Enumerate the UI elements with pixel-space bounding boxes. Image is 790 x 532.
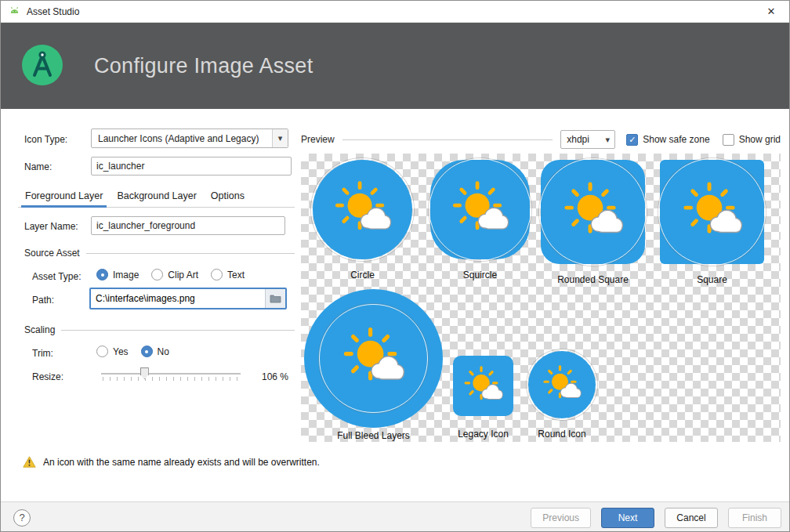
window-title: Asset Studio: [27, 6, 79, 17]
square-icon-preview: [660, 160, 764, 264]
tile-label: Square: [697, 274, 727, 285]
icon-type-dropdown[interactable]: Launcher Icons (Adaptive and Legacy) ▾: [91, 128, 288, 148]
preview-tile-round: Round Icon: [528, 351, 596, 440]
previous-button[interactable]: Previous: [531, 508, 591, 528]
tile-label: Circle: [350, 270, 375, 280]
tile-label: Squircle: [463, 270, 497, 280]
sun-cloud-icon: [444, 174, 516, 245]
warning-text: An icon with the same name already exist…: [43, 457, 320, 468]
radio-label: Image: [113, 270, 139, 280]
asset-type-text-radio[interactable]: Text: [211, 269, 245, 280]
chevron-down-icon: ▾: [272, 129, 288, 147]
close-button[interactable]: ✕: [753, 1, 789, 23]
trim-no-radio[interactable]: No: [141, 346, 169, 357]
footer-bar: ? Previous Next Cancel Finish: [1, 501, 789, 532]
checkbox-label: Show safe zone: [643, 134, 709, 145]
path-field: [89, 288, 287, 309]
sun-cloud-icon: [556, 175, 631, 250]
radio-icon: [151, 269, 163, 280]
path-label: Path:: [32, 295, 54, 306]
sun-cloud-icon: [327, 174, 398, 245]
squircle-icon-preview: [430, 160, 530, 259]
asset-type-label: Asset Type:: [32, 271, 81, 282]
help-icon: ?: [19, 512, 24, 523]
layer-tabs: Foreground Layer Background Layer Option…: [18, 186, 295, 208]
sun-cloud-icon: [538, 360, 586, 409]
asset-studio-dialog: Asset Studio ✕ Configure Image Asset Ico…: [0, 0, 790, 532]
name-input[interactable]: [91, 157, 292, 176]
rounded-square-icon-preview: [541, 160, 645, 264]
preview-tile-legacy: Legacy Icon: [453, 356, 513, 440]
warning-message: An icon with the same name already exist…: [23, 456, 320, 468]
checkbox-checked-icon: ✓: [626, 134, 638, 146]
tile-label: Rounded Square: [557, 274, 629, 285]
preview-canvas: Circle Squircle Rounded Square Square: [301, 154, 781, 442]
divider: [342, 139, 553, 140]
help-button[interactable]: ?: [13, 509, 31, 527]
asset-type-image-radio[interactable]: Image: [96, 269, 139, 280]
full-bleed-icon-preview: [304, 289, 443, 428]
scaling-label: Scaling: [24, 324, 55, 335]
radio-selected-icon: [141, 346, 153, 357]
tile-label: Legacy Icon: [458, 429, 509, 440]
layer-name-label: Layer Name:: [24, 221, 78, 232]
asset-type-radio-group: Image Clip Art Text: [96, 269, 245, 280]
preview-tile-full-bleed: Full Bleed Layers: [304, 289, 443, 441]
source-asset-section-header: Source Asset: [24, 248, 295, 259]
icon-type-label: Icon Type:: [24, 134, 67, 145]
sun-cloud-icon: [458, 361, 508, 411]
sun-cloud-icon: [675, 175, 750, 250]
name-label: Name:: [24, 161, 52, 172]
tab-foreground-layer[interactable]: Foreground Layer: [18, 186, 110, 207]
tab-label: Options: [211, 190, 245, 201]
path-input[interactable]: [91, 289, 265, 308]
trim-label: Trim:: [32, 348, 53, 359]
android-studio-logo-icon: [22, 45, 63, 88]
tile-label: Full Bleed Layers: [337, 430, 410, 441]
radio-label: Text: [227, 270, 245, 280]
density-dropdown[interactable]: xhdpi ▾: [560, 130, 615, 149]
preview-tile-rounded-square: Rounded Square: [541, 160, 645, 285]
header-banner: Configure Image Asset: [1, 23, 789, 109]
footer-buttons: Previous Next Cancel Finish: [531, 508, 789, 528]
radio-selected-icon: [96, 269, 108, 280]
tab-label: Foreground Layer: [25, 190, 103, 201]
next-button[interactable]: Next: [601, 508, 654, 528]
page-title: Configure Image Asset: [94, 54, 313, 78]
divider: [86, 253, 295, 254]
tile-label: Round Icon: [538, 429, 585, 440]
source-asset-label: Source Asset: [24, 248, 80, 259]
close-icon: ✕: [767, 5, 776, 17]
tab-background-layer[interactable]: Background Layer: [110, 186, 203, 207]
android-icon: [9, 5, 20, 17]
preview-tile-circle: Circle: [313, 160, 412, 280]
radio-label: Yes: [113, 346, 129, 357]
tab-options[interactable]: Options: [204, 186, 252, 207]
sun-cloud-icon: [335, 320, 412, 397]
browse-folder-button[interactable]: [265, 289, 285, 308]
layer-name-input[interactable]: [91, 216, 285, 235]
density-value: xhdpi: [561, 134, 600, 145]
trim-yes-radio[interactable]: Yes: [96, 346, 129, 357]
legacy-icon-preview: [453, 356, 513, 416]
radio-label: Clip Art: [168, 270, 198, 280]
resize-label: Resize:: [32, 371, 63, 382]
title-bar: Asset Studio ✕: [1, 1, 789, 23]
show-grid-checkbox[interactable]: Show grid: [723, 134, 781, 146]
finish-button[interactable]: Finish: [728, 508, 781, 528]
icon-type-value: Launcher Icons (Adaptive and Legacy): [92, 133, 272, 144]
preview-label: Preview: [301, 134, 335, 145]
chevron-down-icon: ▾: [600, 135, 614, 145]
resize-slider[interactable]: [101, 366, 241, 383]
cancel-button[interactable]: Cancel: [665, 508, 718, 528]
check-icon: ✓: [629, 136, 636, 144]
warning-icon: [23, 456, 36, 468]
radio-icon: [96, 346, 108, 357]
preview-tile-square: Square: [660, 160, 764, 285]
resize-value: 106 %: [262, 371, 288, 382]
asset-type-clipart-radio[interactable]: Clip Art: [151, 269, 198, 280]
divider: [61, 330, 295, 331]
show-safe-zone-checkbox[interactable]: ✓ Show safe zone: [626, 134, 709, 146]
slider-track: [101, 373, 241, 375]
tab-label: Background Layer: [117, 190, 196, 201]
